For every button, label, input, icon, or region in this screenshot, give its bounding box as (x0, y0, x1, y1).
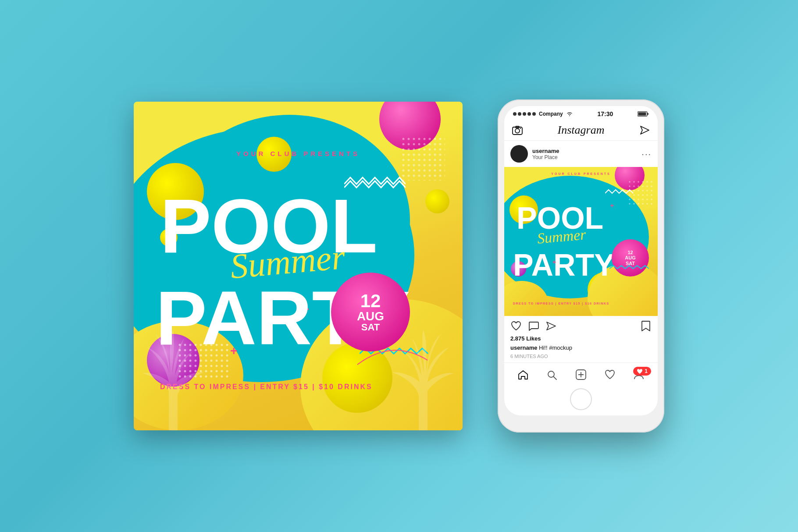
signal-dot-2 (518, 112, 521, 116)
flyer-poster: + + + YOUR CLUB PRESENTS POOL Summer PAR… (134, 102, 463, 430)
nav-search[interactable] (543, 368, 561, 381)
nav-home[interactable] (514, 368, 532, 381)
search-icon (546, 369, 558, 380)
comment-button[interactable] (528, 320, 539, 332)
like-button[interactable] (510, 320, 522, 332)
share-button[interactable] (545, 320, 557, 332)
share-icon (545, 321, 557, 331)
instagram-header: Instagram (504, 120, 658, 141)
likes-count: 2.875 Likes (504, 333, 658, 344)
mini-cross-bottom: + (552, 259, 556, 266)
nav-activity[interactable] (601, 368, 619, 381)
send-icon (640, 125, 649, 135)
signal-dot-5 (532, 112, 536, 116)
post-header: username Your Place ··· (504, 141, 658, 167)
comment-icon (528, 321, 539, 331)
caption-text-content: Hi!! #mockup (539, 344, 572, 351)
user-avatar (510, 145, 528, 163)
status-time: 17:30 (597, 110, 613, 117)
post-username: username (532, 148, 641, 154)
post-time: 6 MINUTES AGO (504, 353, 658, 362)
mini-footer: DRESS TO IMPRESS | ENTRY $15 | $10 DRINK… (513, 302, 609, 305)
arc-decoration (349, 330, 436, 373)
mini-zigzag-bottom (609, 265, 649, 272)
carrier-name: Company (539, 111, 563, 117)
svg-rect-6 (638, 113, 646, 116)
post-actions (504, 316, 658, 333)
battery-icon (638, 111, 649, 117)
post-more-button[interactable]: ··· (641, 149, 652, 159)
signal-dot-4 (527, 112, 531, 116)
send-button[interactable] (638, 124, 651, 136)
post-image: YOUR CLUB PRESENTS + POOL Summer PARTY 1… (504, 167, 658, 316)
mini-date-num: 12 (627, 250, 633, 255)
mini-zigzag (605, 189, 636, 198)
caption-username: username (510, 344, 537, 351)
notif-heart-icon (637, 369, 643, 374)
dots-pattern-bottom (178, 343, 230, 378)
svg-point-10 (520, 128, 521, 129)
svg-rect-5 (647, 113, 648, 115)
mini-cross: + (610, 202, 614, 209)
dots-pattern (401, 137, 454, 189)
phone-screen: Company 17:30 (504, 106, 658, 415)
phone-frame: Company 17:30 (498, 99, 664, 433)
ball-yellow-small-right (425, 189, 449, 213)
post-caption: username Hi!! #mockup (504, 344, 658, 353)
add-icon (575, 369, 587, 380)
svg-rect-3 (178, 343, 230, 378)
notification-badge: 1 (633, 367, 651, 376)
svg-marker-14 (547, 322, 556, 330)
mini-date-month: AUG (625, 255, 635, 260)
mini-title-party: PARTY (513, 252, 615, 279)
status-bar: Company 17:30 (504, 106, 658, 120)
notif-count: 1 (645, 368, 648, 374)
nav-add[interactable] (572, 368, 590, 381)
heart-nav-icon (604, 369, 616, 380)
instagram-logo: Instagram (558, 124, 605, 137)
svg-marker-11 (641, 126, 649, 134)
wifi-icon (566, 111, 573, 117)
post-user-info: username Your Place (532, 148, 641, 160)
status-icons-right (638, 111, 649, 117)
date-number: 12 (360, 292, 381, 310)
action-icons-left (510, 320, 640, 332)
svg-rect-1 (401, 137, 445, 181)
signal-dot-1 (513, 112, 517, 116)
mini-title-pool: POOL (517, 206, 603, 232)
svg-line-16 (553, 376, 556, 379)
signal-indicator: Company (513, 111, 573, 117)
home-button-area (504, 385, 658, 415)
heart-icon (510, 321, 522, 331)
mini-subtitle: YOUR CLUB PRESENTS (504, 172, 658, 175)
signal-dot-3 (523, 112, 526, 116)
camera-button[interactable] (511, 124, 524, 136)
bookmark-icon (641, 320, 651, 332)
camera-icon (512, 125, 523, 135)
home-icon (517, 369, 529, 380)
phone-mockup: Company 17:30 (498, 99, 664, 433)
bookmark-button[interactable] (640, 320, 652, 332)
main-container: + + + YOUR CLUB PRESENTS POOL Summer PAR… (107, 73, 691, 459)
home-button[interactable] (570, 388, 592, 410)
svg-point-8 (515, 129, 520, 133)
post-location: Your Place (532, 154, 641, 160)
